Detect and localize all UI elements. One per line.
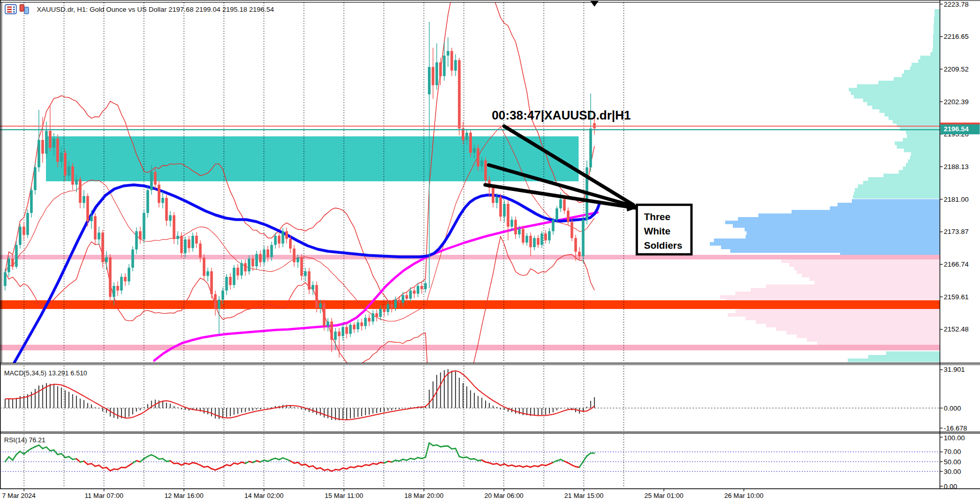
candle-body bbox=[161, 198, 164, 203]
candle-body bbox=[285, 231, 288, 239]
rsi-axis-label: 50.00 bbox=[944, 458, 961, 466]
rsi-line-segment bbox=[28, 448, 31, 451]
rsi-label: RSI(14) 76.21 bbox=[4, 436, 45, 444]
time-axis-label: 12 Mar 16:00 bbox=[164, 492, 204, 499]
candle-body bbox=[252, 258, 254, 266]
volume-profile-bar bbox=[934, 16, 940, 20]
candle-body bbox=[49, 131, 52, 148]
macd-panel[interactable] bbox=[0, 369, 940, 420]
candle-body bbox=[372, 313, 374, 321]
volume-profile-bar bbox=[883, 174, 940, 177]
candle-body bbox=[533, 238, 536, 247]
volume-profile-bar bbox=[868, 355, 940, 359]
candle-body bbox=[109, 257, 111, 297]
rsi-line-segment bbox=[106, 467, 110, 471]
candle-body bbox=[439, 62, 442, 76]
rsi-line-segment bbox=[155, 457, 159, 459]
candle-body bbox=[222, 291, 224, 300]
volume-profile-bar bbox=[794, 267, 940, 270]
down-arrow-marker bbox=[590, 1, 599, 7]
candle-body bbox=[214, 294, 217, 309]
rsi-line-segment bbox=[587, 453, 590, 456]
rsi-panel[interactable] bbox=[0, 443, 940, 471]
volume-profile-bar bbox=[912, 63, 940, 66]
candle-body bbox=[8, 258, 10, 272]
candle-body bbox=[582, 220, 584, 256]
candle-body bbox=[67, 166, 70, 176]
price-axis-label: 2188.13 bbox=[944, 163, 969, 171]
rsi-line-segment bbox=[298, 462, 301, 465]
volume-profile-bar bbox=[893, 120, 940, 124]
volume-profile-bar bbox=[903, 138, 940, 141]
candle-body bbox=[507, 204, 509, 227]
candle-body bbox=[469, 133, 472, 153]
volume-profile-bar bbox=[714, 238, 940, 242]
rsi-line-segment bbox=[163, 459, 166, 462]
candle-body bbox=[293, 249, 295, 263]
candle-body bbox=[206, 271, 209, 276]
candle-body bbox=[244, 263, 247, 271]
candle-body bbox=[409, 291, 412, 299]
rsi-line-segment bbox=[583, 456, 587, 462]
volume-profile-bar bbox=[903, 166, 940, 170]
candle-body bbox=[394, 300, 397, 308]
volume-profile-bar bbox=[802, 274, 940, 277]
candle-body bbox=[477, 148, 480, 166]
rsi-axis-label: 70.00 bbox=[944, 448, 961, 456]
candle-body bbox=[349, 325, 352, 334]
volume-profile-bar bbox=[807, 338, 940, 342]
candle-body bbox=[128, 268, 130, 281]
time-axis[interactable]: 7 Mar 202411 Mar 07:0012 Mar 16:0014 Mar… bbox=[2, 489, 763, 499]
price-axis[interactable]: 2223.782216.652209.522202.392195.262188.… bbox=[940, 1, 980, 490]
candle-body bbox=[135, 231, 138, 250]
rsi-line-segment bbox=[54, 450, 58, 455]
candle-body bbox=[458, 60, 461, 129]
candle-body bbox=[41, 140, 44, 154]
bollinger-band-line bbox=[5, 236, 594, 444]
candle-body bbox=[4, 272, 6, 286]
candle-body bbox=[38, 140, 40, 168]
volume-profile-bar bbox=[751, 288, 940, 292]
rsi-line-segment bbox=[429, 443, 433, 445]
candle-body bbox=[184, 240, 186, 253]
candle-body bbox=[124, 277, 127, 281]
candle-body bbox=[75, 180, 78, 185]
macd-axis-label: -16.678 bbox=[944, 424, 967, 432]
candle-body bbox=[556, 208, 558, 220]
volume-profile-bar bbox=[858, 184, 940, 188]
candle-body bbox=[71, 166, 74, 185]
candle-body bbox=[116, 286, 119, 291]
chart-list-icon[interactable] bbox=[5, 5, 16, 14]
candle-body bbox=[424, 283, 427, 290]
volume-profile-bar bbox=[868, 177, 940, 181]
macd-signal-line bbox=[5, 371, 594, 420]
volume-profile-bar bbox=[797, 270, 940, 274]
candle-body bbox=[79, 180, 81, 203]
volume-profile-bar bbox=[902, 74, 940, 77]
volume-profile-bar bbox=[867, 102, 940, 106]
current-price-badge-ask-strip bbox=[941, 123, 980, 125]
candle-body bbox=[383, 309, 386, 312]
candle-body bbox=[180, 236, 183, 253]
volume-profile bbox=[710, 9, 940, 362]
candle-body bbox=[312, 285, 314, 290]
volume-profile-bar bbox=[849, 88, 940, 91]
volume-profile-bar bbox=[920, 56, 940, 59]
rsi-line-segment bbox=[69, 457, 73, 460]
candle-body bbox=[158, 185, 160, 203]
candle-body bbox=[259, 254, 261, 262]
candle-body bbox=[27, 213, 29, 235]
candle-body bbox=[447, 51, 449, 56]
candle-body bbox=[356, 322, 359, 329]
candle-body bbox=[173, 215, 175, 238]
candlestick-mode-icon[interactable] bbox=[20, 5, 29, 14]
volume-profile-bar bbox=[935, 13, 940, 16]
price-chart-canvas[interactable]: 2223.782216.652209.522202.392195.262188.… bbox=[0, 0, 980, 501]
price-axis-label: 2216.65 bbox=[944, 33, 969, 40]
candle-body bbox=[113, 286, 115, 297]
price-axis-label: 2173.87 bbox=[944, 228, 969, 235]
supply-zone-rectangle bbox=[46, 136, 579, 181]
candle-body bbox=[345, 327, 348, 333]
candle-body bbox=[210, 271, 213, 294]
volume-profile-bar bbox=[851, 91, 940, 95]
